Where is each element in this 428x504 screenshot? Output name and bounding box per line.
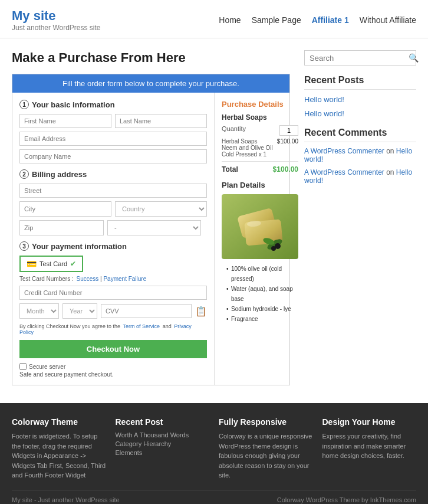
ingredient-2: •Water (aqua), and soap base (226, 284, 298, 304)
and-text: and (163, 323, 172, 329)
nav-sample-page[interactable]: Sample Page (252, 15, 301, 25)
zip-row: - (19, 220, 207, 235)
year-select[interactable]: Year (62, 303, 97, 319)
secure-row: Secure server (19, 363, 207, 370)
city-country-row: Country (19, 201, 207, 217)
site-branding: My site Just another WordPress site (12, 8, 101, 32)
main-nav: Home Sample Page Affiliate 1 Without Aff… (219, 15, 416, 25)
footer-grid: Colorway Theme Footer is widgetized. To … (12, 417, 416, 480)
terms-text: By clicking Checkout Now you agree to th… (19, 323, 207, 335)
ingredient-3: •Sodium hydroxide - lye (226, 304, 298, 314)
footer-col3-text: Colorway is a unique responsive WordPres… (219, 431, 313, 480)
checkout-header: Fill the order form below to complete yo… (12, 74, 289, 93)
total-value: $100.00 (273, 165, 298, 174)
recent-posts-title: Recent Posts (304, 75, 416, 90)
ingredient-1: •100% olive oil (cold pressed) (226, 264, 298, 284)
expiry-cvv-row: Month Year 📋 (19, 303, 207, 319)
month-select[interactable]: Month (19, 303, 59, 319)
first-name-input[interactable] (19, 114, 111, 128)
qty-input[interactable] (279, 125, 298, 136)
product-price: $100.00 (277, 138, 298, 158)
step3-label: Your payment information (32, 242, 127, 251)
card-label: Test Card (39, 260, 67, 267)
footer-col4-title: Design Your Home (322, 417, 417, 427)
step3-header: 3 Your payment information (19, 241, 207, 251)
footer-col3-title: Fully Responsive (219, 417, 313, 427)
step2-circle: 2 (19, 169, 29, 179)
comment-on-1: on (386, 147, 396, 155)
dash-select[interactable]: - (107, 220, 201, 235)
test-card-label: Test Card Numbers : (19, 276, 74, 282)
secure-checkbox[interactable] (19, 363, 27, 370)
footer-col2-link-3[interactable]: Elements (116, 449, 210, 456)
email-input[interactable] (19, 132, 207, 146)
zip-input[interactable] (19, 220, 104, 235)
street-input[interactable] (19, 184, 207, 198)
recent-comments-title: Recent Comments (304, 127, 416, 142)
qty-label: Quantity (222, 125, 246, 136)
success-link[interactable]: Success (76, 276, 98, 282)
right-col: Purchase Details Herbal Soaps Quantity H… (215, 93, 305, 385)
page-title: Make a Purchase From Here (12, 50, 290, 66)
checkout-button[interactable]: Checkout Now (19, 340, 207, 358)
step3-circle: 3 (19, 241, 29, 251)
footer-col4-text: Express your creativity, find inspiratio… (322, 431, 417, 461)
footer-bottom-right: Colorway WordPress Theme by InkThemes.co… (277, 496, 416, 503)
street-row (19, 184, 207, 198)
nav-home[interactable]: Home (219, 15, 241, 25)
company-row (19, 149, 207, 163)
site-tagline: Just another WordPress site (12, 24, 101, 32)
footer-col2-link-1[interactable]: Worth A Thousand Words (116, 431, 210, 438)
step1-circle: 1 (19, 100, 29, 109)
purchase-title: Purchase Details (222, 100, 298, 109)
cc-row (19, 286, 207, 300)
check-icon: ✔ (70, 260, 76, 268)
name-row (19, 114, 207, 128)
comment-item-1: A WordPress Commenter on Hello world! (304, 147, 416, 163)
city-input[interactable] (19, 201, 111, 217)
email-row (19, 132, 207, 146)
product-desc: Herbal Soaps Neem and Olive Oil Cold Pre… (222, 138, 277, 158)
test-card-info: Test Card Numbers : Success | Payment Fa… (19, 276, 207, 282)
footer-col-3: Fully Responsive Colorway is a unique re… (219, 417, 313, 480)
footer-col1-text: Footer is widgetized. To setup the foote… (12, 431, 106, 480)
footer-col1-title: Colorway Theme (12, 417, 106, 427)
checkout-body: 1 Your basic information (12, 93, 289, 385)
sidebar-post-2: Hello world! (304, 109, 416, 118)
search-input[interactable] (310, 54, 409, 63)
ingredients-list: •100% olive oil (cold pressed) •Water (a… (222, 264, 298, 324)
step1-label: Your basic information (32, 100, 115, 109)
terms-prefix: By clicking Checkout Now you agree to th… (19, 323, 120, 329)
step1-header: 1 Your basic information (19, 100, 207, 109)
comment-author-2[interactable]: A WordPress Commenter (304, 168, 384, 176)
sidebar-post-1: Hello world! (304, 94, 416, 104)
footer-col-4: Design Your Home Express your creativity… (322, 417, 417, 480)
nav-without-affiliate[interactable]: Without Affiliate (360, 15, 416, 25)
comment-on-2: on (386, 168, 396, 176)
cvv-input[interactable] (101, 304, 192, 318)
payment-failure-link[interactable]: Payment Failure (103, 276, 146, 282)
qty-row: Quantity (222, 125, 298, 136)
terms-link[interactable]: Term of Service (123, 323, 160, 329)
sidebar-post-1-link[interactable]: Hello world! (304, 95, 344, 104)
step2-label: Billing address (32, 170, 87, 179)
nav-affiliate1[interactable]: Affiliate 1 (312, 15, 349, 25)
footer-col-1: Colorway Theme Footer is widgetized. To … (12, 417, 106, 480)
secure-label: Secure server (29, 364, 65, 370)
last-name-input[interactable] (115, 114, 207, 128)
comment-item-2: A WordPress Commenter on Hello world! (304, 168, 416, 185)
footer-col2-link-2[interactable]: Category Hierarchy (116, 440, 210, 447)
comment-author-1[interactable]: A WordPress Commenter (304, 147, 384, 155)
product-name: Herbal Soaps (222, 113, 298, 122)
card-btn[interactable]: 💳 Test Card ✔ (19, 256, 83, 272)
footer-bottom: My site - Just another WordPress site Co… (12, 490, 416, 503)
country-select[interactable]: Country (115, 201, 207, 217)
total-label: Total (222, 165, 238, 174)
cvv-info-icon[interactable]: 📋 (195, 306, 207, 317)
cc-input[interactable] (19, 286, 207, 300)
search-icon[interactable]: 🔍 (409, 53, 419, 63)
sidebar-post-2-link[interactable]: Hello world! (304, 109, 344, 118)
card-icon: 💳 (27, 259, 37, 269)
company-input[interactable] (19, 149, 207, 163)
footer-col2-title: Recent Post (116, 417, 210, 427)
